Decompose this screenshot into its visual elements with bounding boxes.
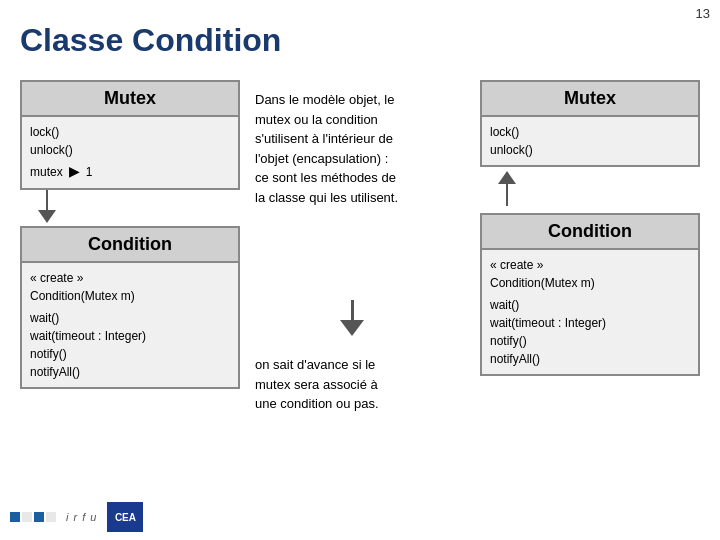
middle-arrow-shaft (351, 300, 354, 320)
condition-class-left: Condition « create »Condition(Mutex m) w… (20, 226, 240, 389)
slide-title: Classe Condition (20, 22, 281, 59)
condition-class-right: Condition « create »Condition(Mutex m) w… (480, 213, 700, 376)
middle-arrow-down (340, 300, 364, 336)
mutex-body-left: lock() unlock() mutex ▶ 1 (22, 117, 238, 188)
condition-create-left: « create »Condition(Mutex m) (30, 269, 230, 305)
text1-line4: l'objet (encapsulation) : (255, 151, 388, 166)
mutex-lock-left: lock() (30, 123, 230, 141)
mutex-lock-right: lock() (490, 123, 690, 141)
mutex-assoc-label: mutex (30, 163, 63, 181)
condition-create-right: « create »Condition(Mutex m) (490, 256, 690, 292)
slide-number: 13 (696, 6, 710, 21)
mutex-unlock-left: unlock() (30, 141, 230, 159)
uml-diagram-right: Mutex lock() unlock() Condition « create… (480, 80, 700, 376)
connector-right (480, 167, 700, 213)
mutex-class-right: Mutex lock() unlock() (480, 80, 700, 167)
connector-arrow-left (38, 210, 56, 223)
text2-line2: mutex sera associé à (255, 377, 378, 392)
text2-line3: une condition ou pas. (255, 396, 379, 411)
uml-diagram-left: Mutex lock() unlock() mutex ▶ 1 Conditio… (20, 80, 240, 389)
text1-line5: ce sont les méthodes de (255, 170, 396, 185)
condition-wait-left: wait() (30, 309, 230, 327)
mutex-assoc-row: mutex ▶ 1 (30, 161, 230, 182)
middle-arrow-head (340, 320, 364, 336)
mutex-assoc-arrow: ▶ (69, 161, 80, 182)
middle-text-2: on sait d'avance si le mutex sera associ… (255, 355, 470, 414)
connector-line-left (46, 190, 48, 210)
logo-square-blue (10, 512, 20, 522)
text1-line1: Dans le modèle objet, le (255, 92, 394, 107)
logo-square-gray (22, 512, 32, 522)
condition-wait-timeout-right: wait(timeout : Integer) (490, 314, 690, 332)
mutex-unlock-right: unlock() (490, 141, 690, 159)
condition-notify-all-right: notifyAll() (490, 350, 690, 368)
text2-line1: on sait d'avance si le (255, 357, 375, 372)
condition-wait-right: wait() (490, 296, 690, 314)
condition-header-left: Condition (22, 228, 238, 263)
logo-square-blue2 (34, 512, 44, 522)
text1-line6: la classe qui les utilisent. (255, 190, 398, 205)
condition-notify-right: notify() (490, 332, 690, 350)
logo-square-gray2 (46, 512, 56, 522)
cea-logo: CEA (107, 502, 143, 532)
condition-wait-timeout-left: wait(timeout : Integer) (30, 327, 230, 345)
connector-arrow-up-right (498, 171, 516, 184)
irfu-logo: i r f u (66, 511, 97, 523)
condition-notify-all-left: notifyAll() (30, 363, 230, 381)
text1-line2: mutex ou la condition (255, 112, 378, 127)
mutex-class-left: Mutex lock() unlock() mutex ▶ 1 (20, 80, 240, 190)
middle-text-1: Dans le modèle objet, le mutex ou la con… (255, 90, 470, 207)
condition-header-right: Condition (482, 215, 698, 250)
connector-line-right (506, 184, 508, 206)
connector-left (20, 190, 240, 226)
condition-body-right: « create »Condition(Mutex m) wait() wait… (482, 250, 698, 374)
mutex-multiplicity: 1 (86, 163, 93, 181)
mutex-header-right: Mutex (482, 82, 698, 117)
text1-line3: s'utilisent à l'intérieur de (255, 131, 393, 146)
mutex-body-right: lock() unlock() (482, 117, 698, 165)
condition-body-left: « create »Condition(Mutex m) wait() wait… (22, 263, 238, 387)
logo-squares (10, 512, 56, 522)
mutex-header-left: Mutex (22, 82, 238, 117)
bottom-logos: i r f u CEA (10, 502, 143, 532)
condition-notify-left: notify() (30, 345, 230, 363)
